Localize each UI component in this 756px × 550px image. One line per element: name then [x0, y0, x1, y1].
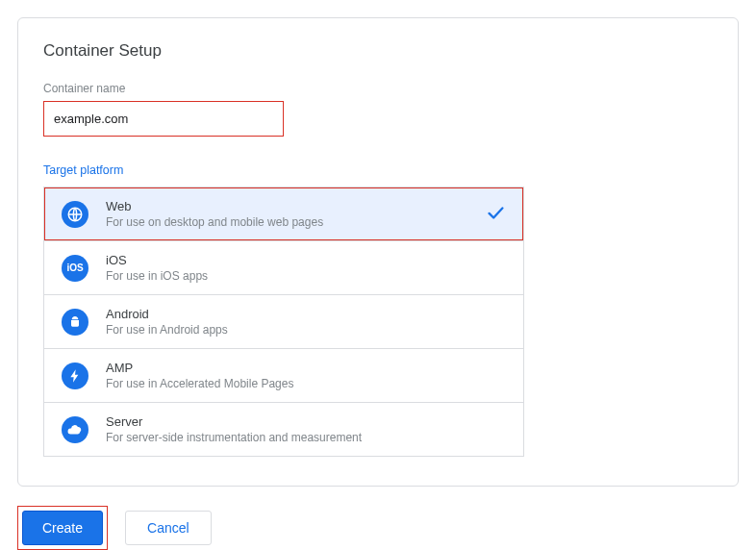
- create-highlight: Create: [17, 506, 108, 550]
- container-name-label: Container name: [43, 82, 713, 95]
- target-platform-label: Target platform: [43, 163, 713, 177]
- container-setup-card: Container Setup Container name Target pl…: [17, 17, 739, 487]
- create-button[interactable]: Create: [22, 511, 103, 545]
- platform-desc: For use in Accelerated Mobile Pages: [106, 377, 506, 390]
- platform-list: Web For use on desktop and mobile web pa…: [43, 187, 524, 457]
- platform-desc: For use in iOS apps: [106, 269, 506, 283]
- platform-option-android[interactable]: Android For use in Android apps: [44, 294, 523, 348]
- platform-option-server[interactable]: Server For server-side instrumentation a…: [44, 402, 523, 456]
- platform-desc: For use in Android apps: [106, 323, 506, 337]
- platform-desc: For server-side instrumentation and meas…: [106, 431, 506, 444]
- platform-title: iOS: [106, 253, 506, 267]
- card-title: Container Setup: [43, 41, 713, 61]
- container-name-highlight: [43, 101, 284, 137]
- android-icon: [62, 309, 88, 336]
- container-name-input[interactable]: [44, 102, 283, 136]
- platform-desc: For use on desktop and mobile web pages: [106, 215, 467, 229]
- platform-option-ios[interactable]: iOS iOS For use in iOS apps: [44, 240, 523, 294]
- cancel-button[interactable]: Cancel: [125, 511, 212, 545]
- action-bar: Create Cancel: [17, 506, 739, 550]
- platform-title: Server: [106, 414, 506, 429]
- check-icon: [485, 202, 506, 226]
- ios-icon: iOS: [62, 255, 88, 282]
- platform-option-web[interactable]: Web For use on desktop and mobile web pa…: [44, 188, 523, 240]
- bolt-icon: [62, 362, 88, 389]
- platform-title: AMP: [106, 361, 506, 375]
- platform-title: Android: [106, 307, 506, 321]
- cloud-icon: [62, 416, 88, 443]
- platform-title: Web: [106, 199, 467, 213]
- globe-icon: [62, 201, 88, 228]
- platform-option-amp[interactable]: AMP For use in Accelerated Mobile Pages: [44, 348, 523, 402]
